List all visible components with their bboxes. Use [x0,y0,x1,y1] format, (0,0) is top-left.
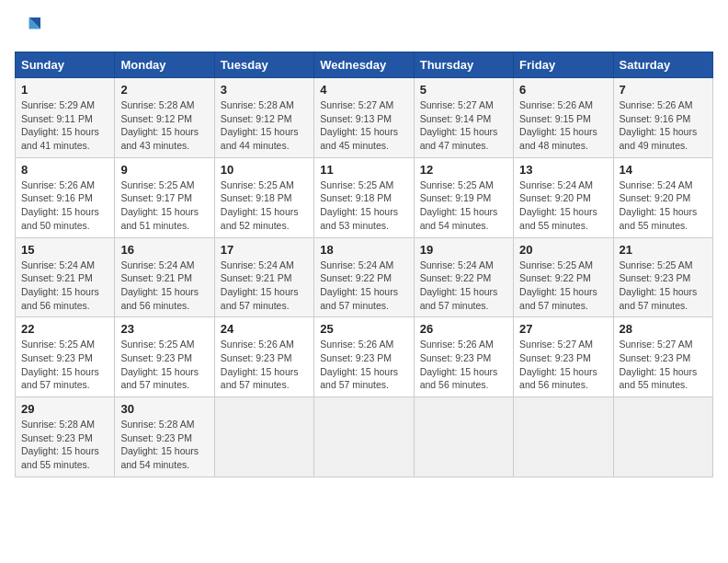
calendar-cell: 24Sunrise: 5:26 AMSunset: 9:23 PMDayligh… [214,317,313,397]
day-number: 11 [320,163,407,177]
day-number: 7 [620,83,707,97]
week-row-2: 8Sunrise: 5:26 AMSunset: 9:16 PMDaylight… [16,157,713,237]
day-detail: Sunrise: 5:25 AMSunset: 9:18 PMDaylight:… [221,179,299,231]
day-number: 26 [420,322,507,336]
day-number: 5 [420,83,507,97]
calendar-cell: 26Sunrise: 5:26 AMSunset: 9:23 PMDayligh… [414,317,513,397]
calendar-cell: 21Sunrise: 5:25 AMSunset: 9:23 PMDayligh… [613,237,712,317]
day-detail: Sunrise: 5:27 AMSunset: 9:23 PMDaylight:… [519,339,597,390]
day-number: 3 [221,83,308,97]
day-number: 19 [420,243,507,257]
calendar-table: SundayMondayTuesdayWednesdayThursdayFrid… [15,52,713,477]
column-header-sunday: Sunday [16,52,115,78]
week-row-1: 1Sunrise: 5:29 AMSunset: 9:11 PMDaylight… [16,78,713,158]
calendar-cell: 11Sunrise: 5:25 AMSunset: 9:18 PMDayligh… [314,157,414,237]
day-detail: Sunrise: 5:24 AMSunset: 9:21 PMDaylight:… [120,259,199,311]
calendar-cell: 1Sunrise: 5:29 AMSunset: 9:11 PMDaylight… [16,78,115,158]
calendar-cell: 28Sunrise: 5:27 AMSunset: 9:23 PMDayligh… [613,317,712,397]
calendar-cell: 29Sunrise: 5:28 AMSunset: 9:23 PMDayligh… [16,397,115,477]
calendar-cell: 18Sunrise: 5:24 AMSunset: 9:22 PMDayligh… [314,237,414,317]
day-detail: Sunrise: 5:25 AMSunset: 9:19 PMDaylight:… [420,179,498,231]
day-detail: Sunrise: 5:26 AMSunset: 9:16 PMDaylight:… [620,99,698,151]
day-detail: Sunrise: 5:26 AMSunset: 9:16 PMDaylight:… [21,179,99,231]
column-header-friday: Friday [514,52,613,78]
calendar-header: SundayMondayTuesdayWednesdayThursdayFrid… [16,52,713,78]
column-header-thursday: Thursday [414,52,513,78]
day-number: 23 [120,322,208,336]
day-detail: Sunrise: 5:26 AMSunset: 9:23 PMDaylight:… [320,339,398,390]
day-number: 21 [620,243,707,257]
day-number: 6 [519,83,607,97]
day-detail: Sunrise: 5:28 AMSunset: 9:23 PMDaylight:… [120,419,199,470]
day-detail: Sunrise: 5:27 AMSunset: 9:13 PMDaylight:… [320,99,398,151]
day-detail: Sunrise: 5:25 AMSunset: 9:23 PMDaylight:… [120,339,199,390]
column-header-monday: Monday [115,52,214,78]
calendar-cell: 22Sunrise: 5:25 AMSunset: 9:23 PMDayligh… [16,317,115,397]
day-detail: Sunrise: 5:26 AMSunset: 9:23 PMDaylight:… [221,339,299,390]
day-number: 24 [221,322,308,336]
calendar-cell: 23Sunrise: 5:25 AMSunset: 9:23 PMDayligh… [115,317,214,397]
calendar-cell: 3Sunrise: 5:28 AMSunset: 9:12 PMDaylight… [214,78,313,158]
day-number: 4 [320,83,407,97]
calendar-cell: 8Sunrise: 5:26 AMSunset: 9:16 PMDaylight… [16,157,115,237]
calendar-cell: 17Sunrise: 5:24 AMSunset: 9:21 PMDayligh… [214,237,313,317]
logo-icon [15,15,40,40]
day-number: 17 [221,243,308,257]
column-header-tuesday: Tuesday [214,52,313,78]
calendar-cell [514,397,613,477]
day-number: 25 [320,322,407,336]
day-detail: Sunrise: 5:28 AMSunset: 9:12 PMDaylight:… [120,99,199,151]
calendar-cell: 2Sunrise: 5:28 AMSunset: 9:12 PMDaylight… [115,78,214,158]
day-detail: Sunrise: 5:28 AMSunset: 9:23 PMDaylight:… [21,419,99,470]
calendar-cell: 13Sunrise: 5:24 AMSunset: 9:20 PMDayligh… [514,157,613,237]
day-number: 2 [120,83,208,97]
calendar-cell [414,397,513,477]
day-number: 20 [519,243,607,257]
calendar-cell: 6Sunrise: 5:26 AMSunset: 9:15 PMDaylight… [514,78,613,158]
day-detail: Sunrise: 5:26 AMSunset: 9:23 PMDaylight:… [420,339,498,390]
day-detail: Sunrise: 5:24 AMSunset: 9:22 PMDaylight:… [320,259,398,311]
day-detail: Sunrise: 5:24 AMSunset: 9:21 PMDaylight:… [221,259,299,311]
day-detail: Sunrise: 5:24 AMSunset: 9:22 PMDaylight:… [420,259,498,311]
calendar-cell: 25Sunrise: 5:26 AMSunset: 9:23 PMDayligh… [314,317,414,397]
day-number: 9 [120,163,208,177]
calendar-cell: 19Sunrise: 5:24 AMSunset: 9:22 PMDayligh… [414,237,513,317]
calendar-cell: 4Sunrise: 5:27 AMSunset: 9:13 PMDaylight… [314,78,414,158]
calendar-cell: 15Sunrise: 5:24 AMSunset: 9:21 PMDayligh… [16,237,115,317]
day-number: 13 [519,163,607,177]
calendar-cell: 20Sunrise: 5:25 AMSunset: 9:22 PMDayligh… [514,237,613,317]
header [15,15,713,40]
column-header-wednesday: Wednesday [314,52,414,78]
day-detail: Sunrise: 5:24 AMSunset: 9:20 PMDaylight:… [519,179,597,231]
day-detail: Sunrise: 5:25 AMSunset: 9:22 PMDaylight:… [519,259,597,311]
calendar-cell: 30Sunrise: 5:28 AMSunset: 9:23 PMDayligh… [115,397,214,477]
day-number: 1 [21,83,108,97]
day-detail: Sunrise: 5:25 AMSunset: 9:23 PMDaylight:… [21,339,99,390]
day-detail: Sunrise: 5:25 AMSunset: 9:17 PMDaylight:… [120,179,199,231]
calendar-cell: 27Sunrise: 5:27 AMSunset: 9:23 PMDayligh… [514,317,613,397]
calendar-cell: 9Sunrise: 5:25 AMSunset: 9:17 PMDaylight… [115,157,214,237]
day-number: 14 [620,163,707,177]
day-number: 16 [120,243,208,257]
week-row-3: 15Sunrise: 5:24 AMSunset: 9:21 PMDayligh… [16,237,713,317]
day-detail: Sunrise: 5:24 AMSunset: 9:21 PMDaylight:… [21,259,99,311]
calendar-cell: 12Sunrise: 5:25 AMSunset: 9:19 PMDayligh… [414,157,513,237]
calendar-cell: 5Sunrise: 5:27 AMSunset: 9:14 PMDaylight… [414,78,513,158]
day-detail: Sunrise: 5:27 AMSunset: 9:23 PMDaylight:… [620,339,698,390]
day-detail: Sunrise: 5:24 AMSunset: 9:20 PMDaylight:… [620,179,698,231]
day-number: 15 [21,243,108,257]
day-number: 10 [221,163,308,177]
day-detail: Sunrise: 5:25 AMSunset: 9:18 PMDaylight:… [320,179,398,231]
week-row-5: 29Sunrise: 5:28 AMSunset: 9:23 PMDayligh… [16,397,713,477]
column-header-saturday: Saturday [613,52,712,78]
day-number: 30 [120,402,208,416]
calendar-cell: 16Sunrise: 5:24 AMSunset: 9:21 PMDayligh… [115,237,214,317]
day-number: 18 [320,243,407,257]
day-detail: Sunrise: 5:29 AMSunset: 9:11 PMDaylight:… [21,99,99,151]
day-detail: Sunrise: 5:25 AMSunset: 9:23 PMDaylight:… [620,259,698,311]
day-number: 29 [21,402,108,416]
day-number: 27 [519,322,607,336]
calendar-cell: 14Sunrise: 5:24 AMSunset: 9:20 PMDayligh… [613,157,712,237]
day-detail: Sunrise: 5:28 AMSunset: 9:12 PMDaylight:… [221,99,299,151]
week-row-4: 22Sunrise: 5:25 AMSunset: 9:23 PMDayligh… [16,317,713,397]
